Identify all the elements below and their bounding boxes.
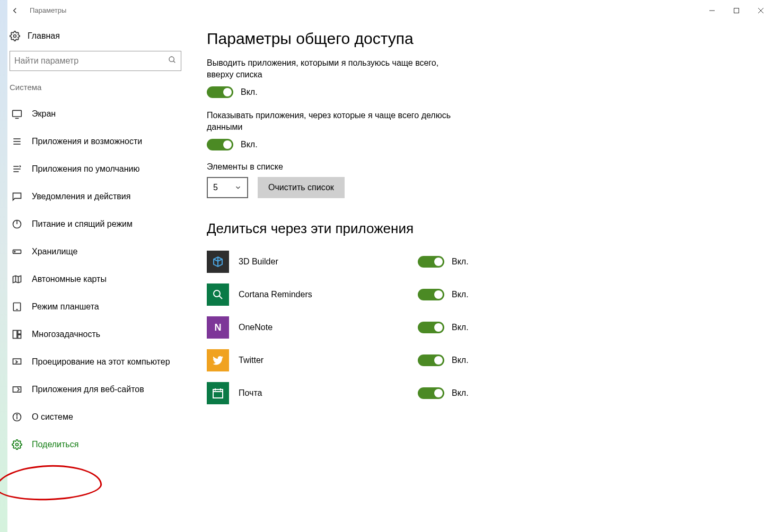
list-count-dropdown[interactable]: 5	[207, 177, 248, 198]
sidebar-item-label: Уведомления и действия	[32, 192, 130, 201]
titlebar: Параметры	[0, 0, 773, 21]
list-icon	[12, 136, 22, 147]
window-title: Параметры	[30, 6, 66, 14]
sidebar-item-projecting[interactable]: Проецирование на этот компьютер	[10, 348, 181, 376]
sidebar-item-tablet-mode[interactable]: Режим планшета	[10, 293, 181, 321]
page-heading: Параметры общего доступа	[207, 30, 757, 48]
svg-rect-25	[18, 335, 21, 339]
svg-point-30	[16, 414, 17, 415]
svg-rect-24	[18, 331, 21, 334]
search-box[interactable]	[10, 51, 181, 71]
toggle-state: Вкл.	[241, 87, 258, 97]
svg-line-6	[173, 61, 175, 63]
power-icon	[12, 219, 22, 229]
svg-rect-23	[13, 331, 17, 339]
svg-rect-34	[213, 389, 223, 398]
svg-rect-7	[13, 110, 22, 117]
sidebar-item-offline-maps[interactable]: Автономные карты	[10, 265, 181, 293]
sidebar-item-label: Проецирование на этот компьютер	[32, 357, 170, 367]
app-toggle-cortana[interactable]	[418, 289, 444, 300]
svg-point-4	[14, 35, 16, 38]
close-icon	[758, 7, 764, 14]
toggle-state: Вкл.	[452, 323, 469, 332]
svg-point-31	[16, 444, 19, 446]
dropdown-value: 5	[213, 183, 218, 192]
app-toggle-twitter[interactable]	[418, 354, 444, 366]
multitask-icon	[12, 329, 22, 340]
app-label: Twitter	[239, 356, 408, 365]
app-toggle-3dbuilder[interactable]	[418, 256, 444, 268]
sidebar-item-share[interactable]: Поделиться	[10, 431, 181, 458]
gear-icon	[10, 31, 20, 41]
calendar-icon	[212, 387, 224, 400]
svg-point-18	[14, 251, 15, 252]
sidebar-item-apps-features[interactable]: Приложения и возможности	[10, 128, 181, 155]
back-arrow-icon	[10, 6, 20, 15]
toggle-state: Вкл.	[452, 356, 469, 365]
sidebar-item-default-apps[interactable]: Приложения по умолчанию	[10, 155, 181, 183]
sidebar-item-label: Режим планшета	[32, 302, 99, 312]
section-label: Система	[10, 83, 181, 92]
app-tile-cortana	[207, 283, 229, 306]
app-tile-onenote: N	[207, 316, 229, 339]
option2-text: Показывать приложения, через которые я ч…	[207, 110, 456, 132]
box-icon	[212, 255, 224, 268]
sidebar-item-label: Поделиться	[32, 440, 78, 449]
toggle-state: Вкл.	[452, 388, 469, 398]
app-tile-mail	[207, 382, 229, 404]
tablet-icon	[12, 302, 22, 312]
message-icon	[12, 191, 22, 202]
list-count-label: Элементы в списке	[207, 162, 757, 172]
home-label: Главная	[28, 31, 60, 41]
info-icon	[12, 412, 22, 422]
sidebar-item-label: Приложения по умолчанию	[32, 164, 139, 174]
project-icon	[12, 357, 22, 367]
apps-heading: Делиться через эти приложения	[207, 220, 757, 237]
option1-toggle[interactable]	[207, 86, 233, 98]
toggle-state: Вкл.	[452, 257, 469, 267]
sidebar-item-multitask[interactable]: Многозадачность	[10, 321, 181, 348]
option1-text: Выводить приложения, которыми я пользуюс…	[207, 57, 456, 80]
sidebar-item-label: Автономные карты	[32, 274, 107, 284]
default-apps-icon	[12, 164, 22, 174]
svg-rect-1	[734, 8, 739, 13]
sidebar-item-notifications[interactable]: Уведомления и действия	[10, 183, 181, 210]
app-toggle-mail[interactable]	[418, 387, 444, 399]
content-pane: Параметры общего доступа Выводить прилож…	[191, 21, 773, 532]
sidebar-item-storage[interactable]: Хранилище	[10, 238, 181, 265]
app-label: 3D Builder	[239, 257, 408, 267]
annotation-circle	[0, 464, 102, 502]
toggle-state: Вкл.	[241, 140, 258, 149]
sidebar-item-label: Питание и спящий режим	[32, 219, 133, 229]
sidebar-item-power[interactable]: Питание и спящий режим	[10, 210, 181, 238]
monitor-icon	[12, 109, 22, 119]
clear-list-button[interactable]: Очистить список	[258, 177, 345, 198]
minimize-icon	[709, 7, 715, 14]
back-button[interactable]	[4, 0, 25, 21]
option2-toggle[interactable]	[207, 139, 233, 150]
app-row-onenote: N OneNote Вкл.	[207, 311, 757, 344]
app-tile-twitter	[207, 349, 229, 371]
sidebar-item-label: Приложения и возможности	[32, 137, 142, 146]
chevron-down-icon	[234, 184, 242, 191]
storage-icon	[12, 246, 22, 257]
minimize-button[interactable]	[700, 2, 724, 19]
gear-icon	[12, 439, 22, 450]
toggle-state: Вкл.	[452, 290, 469, 299]
maximize-icon	[733, 7, 740, 14]
sidebar-item-about[interactable]: О системе	[10, 403, 181, 431]
sidebar-item-screen[interactable]: Экран	[10, 100, 181, 128]
svg-point-32	[214, 290, 220, 297]
home-link[interactable]: Главная	[10, 31, 181, 41]
twitter-icon	[212, 354, 224, 367]
sidebar-item-label: Приложения для веб-сайтов	[32, 385, 144, 394]
search-icon	[168, 56, 177, 66]
maximize-button[interactable]	[724, 2, 749, 19]
search-input[interactable]	[14, 56, 168, 66]
app-tile-3dbuilder	[207, 251, 229, 273]
search-icon	[212, 288, 224, 301]
svg-line-33	[219, 296, 223, 299]
app-toggle-onenote[interactable]	[418, 322, 444, 333]
sidebar-item-apps-websites[interactable]: Приложения для веб-сайтов	[10, 376, 181, 403]
close-button[interactable]	[749, 2, 773, 19]
